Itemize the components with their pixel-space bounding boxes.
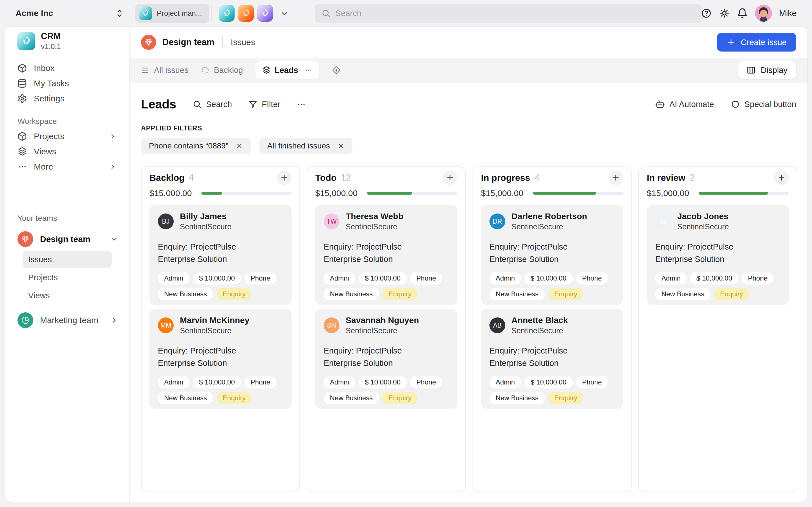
tab-leads[interactable]: Leads (255, 61, 319, 79)
plus-icon (777, 173, 786, 182)
user-name: Mike (779, 9, 797, 18)
light-mode-icon[interactable] (719, 8, 730, 18)
sort-icon[interactable] (114, 8, 124, 18)
card-badge: $ 10,000.00 (193, 376, 241, 388)
kanban-board: Backlog4$15,000.00BJBilly JamesSentinelS… (141, 166, 797, 492)
app-tab-project-management[interactable]: Project man... (135, 4, 209, 23)
sidebar-item-projects[interactable]: Projects (13, 129, 121, 144)
app-switcher (219, 5, 273, 22)
remove-filter-icon[interactable] (236, 142, 243, 150)
column-progress-bar (201, 192, 292, 194)
sidebar-nav: InboxMy TasksSettings (13, 61, 121, 106)
lead-enquiry: Enquiry: ProjectPulse Enterprise Solutio… (490, 345, 587, 369)
board-filter-button[interactable]: FIlter (248, 100, 281, 109)
card-header: SNSavannah NguyenSentinelSecure (324, 316, 449, 335)
lead-card[interactable]: JJJacob JonesSentinelSecureEnquiry: Proj… (647, 205, 789, 305)
card-badge: Phone (742, 272, 774, 284)
lead-name: Jacob Jones (677, 212, 729, 221)
lead-card[interactable]: ABAnnette BlackSentinelSecureEnquiry: Pr… (481, 309, 623, 409)
applied-filters: Phone contains “0889”All finished issues (141, 138, 796, 154)
app-logo-row: CRM v1.0.1 (13, 31, 121, 51)
lead-card[interactable]: BJBilly JamesSentinelSecureEnquiry: Proj… (149, 205, 292, 305)
sidebar-item-settings[interactable]: Settings (13, 91, 121, 106)
filter-chip-label: Phone contains “0889” (149, 142, 229, 151)
topbar: Acme Inc Project man... Search Mike (0, 0, 812, 26)
card-badge: New Business (158, 392, 213, 404)
filter-chip[interactable]: All finished issues (259, 138, 353, 154)
special-button[interactable]: Special button (731, 100, 796, 109)
chevron-down-icon[interactable] (280, 10, 289, 18)
team-subitem-views[interactable]: Views (22, 287, 112, 304)
column-header: In review2 (647, 170, 789, 185)
card-badge-highlight: Enquiry (216, 392, 252, 404)
board-more-button[interactable] (297, 100, 306, 109)
view-tabs: All issuesBacklogLeads Display (130, 58, 808, 82)
add-card-button[interactable] (443, 170, 457, 185)
column-title: In review (647, 173, 686, 183)
workspace-nav: ProjectsViewsMore (13, 129, 121, 174)
card-badges: Admin$ 10,000.00PhoneNew BusinessEnquiry (158, 376, 283, 404)
crm-app-logo (17, 32, 35, 50)
lead-card[interactable]: DRDarlene RobertsonSentinelSecureEnquiry… (481, 205, 623, 305)
board-search-button[interactable]: Search (193, 100, 232, 109)
lead-card[interactable]: SNSavannah NguyenSentinelSecureEnquiry: … (315, 309, 457, 409)
plus-icon (446, 173, 454, 182)
help-icon[interactable] (701, 8, 712, 18)
sidebar-item-more[interactable]: More (13, 159, 121, 174)
card-badge: Admin (158, 272, 190, 284)
breadcrumb-page[interactable]: Issues (231, 38, 255, 47)
lead-enquiry: Enquiry: ProjectPulse Enterprise Solutio… (655, 241, 753, 265)
add-card-button[interactable] (774, 170, 789, 185)
team-subitem-issues[interactable]: Issues (22, 251, 112, 268)
team-marketing-team[interactable]: Marketing team (13, 311, 121, 329)
avatar: DR (490, 214, 505, 229)
search-input[interactable]: Search (315, 4, 702, 23)
add-card-button[interactable] (608, 170, 623, 185)
user-avatar[interactable] (755, 5, 772, 22)
card-badge: $ 10,000.00 (524, 272, 573, 284)
columns-icon (747, 66, 756, 75)
column-count: 12 (341, 173, 351, 183)
app-icon-orange[interactable] (238, 5, 254, 22)
card-header: DRDarlene RobertsonSentinelSecure (490, 212, 615, 231)
add-card-button[interactable] (277, 170, 292, 185)
tab-backlog[interactable]: Backlog (201, 66, 243, 75)
column-progress-bar (533, 192, 623, 194)
breadcrumb-team[interactable]: Design team (162, 37, 214, 47)
avatar: JJ (655, 214, 671, 229)
column-title: In progress (481, 173, 530, 183)
card-badge: New Business (324, 288, 379, 300)
sidebar-item-my-tasks[interactable]: My Tasks (13, 76, 121, 91)
close-icon[interactable] (236, 142, 243, 150)
display-button[interactable]: Display (738, 61, 796, 79)
robot-icon (655, 100, 665, 109)
card-header: ABAnnette BlackSentinelSecure (490, 316, 615, 335)
team-design-team[interactable]: Design team (13, 230, 121, 248)
app-icon-teal[interactable] (219, 5, 235, 22)
column-amount: $15,000.00 (149, 188, 192, 198)
lead-card[interactable]: TWTheresa WebbSentinelSecureEnquiry: Pro… (315, 205, 457, 305)
tab-more-icon[interactable] (305, 66, 312, 74)
remove-filter-icon[interactable] (337, 142, 345, 150)
filter-chip[interactable]: Phone contains “0889” (141, 138, 251, 154)
close-icon[interactable] (337, 142, 345, 150)
add-view-icon[interactable] (332, 65, 341, 75)
app-icon-purple[interactable] (257, 5, 273, 22)
card-badge: $ 10,000.00 (524, 376, 573, 388)
diamond-plus-icon[interactable] (332, 65, 341, 75)
tab-all-issues[interactable]: All issues (141, 66, 189, 75)
lead-enquiry: Enquiry: ProjectPulse Enterprise Solutio… (158, 241, 255, 265)
workspace-name[interactable]: Acme Inc (15, 8, 53, 18)
ai-automate-button[interactable]: AI Automate (655, 100, 714, 109)
lead-card[interactable]: MMMarvin McKinneySentinelSecureEnquiry: … (149, 309, 292, 409)
sidebar-item-inbox[interactable]: Inbox (13, 61, 121, 76)
plus-icon (612, 173, 620, 182)
database-icon (17, 78, 27, 88)
tab-label: Backlog (214, 66, 243, 75)
team-subitem-projects[interactable]: Projects (22, 269, 112, 286)
create-issue-button[interactable]: Create issue (717, 33, 796, 52)
sidebar-item-views[interactable]: Views (13, 144, 121, 159)
notifications-icon[interactable] (737, 8, 748, 18)
ellipsis-icon (297, 100, 306, 109)
lead-company: SentinelSecure (677, 223, 729, 231)
